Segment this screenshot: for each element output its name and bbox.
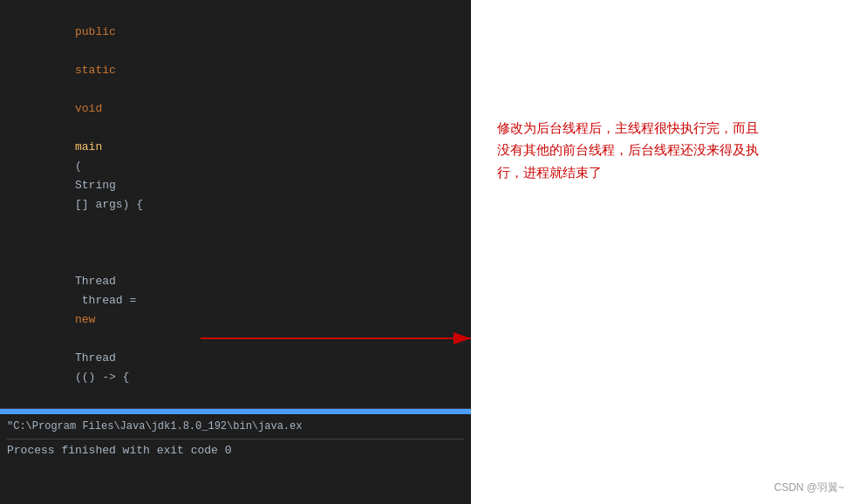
keyword-public: public [75, 25, 116, 38]
type-thread: Thread [75, 275, 116, 288]
annotation-area: 修改为后台线程后，主线程很快执行完，而且没有其他的前台线程，后台线程还没来得及执… [497, 117, 836, 184]
code-editor[interactable]: public static void main ( String [] args… [0, 0, 471, 408]
terminal-path: "C:\Program Files\Java\jdk1.8.0_192\bin\… [0, 414, 471, 439]
code-line-2: Thread thread = new Thread (() -> { [0, 234, 471, 406]
keyword-void: void [75, 102, 102, 115]
terminal-panel: "C:\Program Files\Java\jdk1.8.0_192\bin\… [0, 408, 471, 504]
terminal-output: Process finished with exit code 0 [0, 439, 471, 462]
code-panel: public static void main ( String [] args… [0, 0, 471, 504]
type-string: String [75, 179, 116, 192]
annotation-panel: 修改为后台线程后，主线程很快执行完，而且没有其他的前台线程，后台线程还没来得及执… [471, 0, 853, 504]
annotation-text: 修改为后台线程后，主线程很快执行完，而且没有其他的前台线程，后台线程还没来得及执… [497, 117, 836, 184]
code-line-1: public static void main ( String [] args… [0, 3, 471, 234]
keyword-new: new [75, 313, 95, 326]
csdn-watermark: CSDN @羽翼~ [774, 480, 844, 495]
method-main: main [75, 140, 102, 153]
keyword-static: static [75, 64, 116, 77]
